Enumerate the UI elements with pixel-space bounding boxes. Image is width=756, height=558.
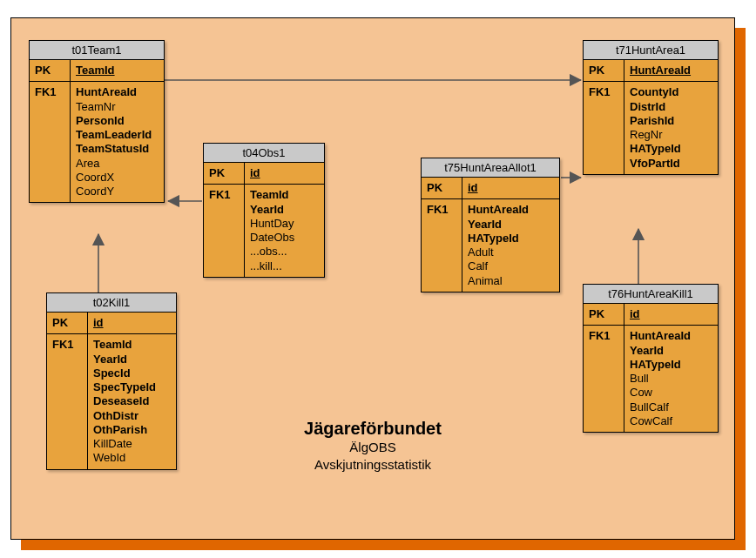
pk-field: id	[88, 313, 177, 334]
entity-header: t76HuntAreaKill1	[584, 285, 718, 304]
entity-t71huntarea1: t71HuntArea1 PK HuntAreaId FK1 CountyId …	[583, 40, 719, 175]
fk-label: FK1	[422, 199, 462, 292]
caption-sub1: ÄlgOBS	[11, 439, 734, 456]
erd-stage: t01Team1 PK TeamId FK1 HuntAreaId TeamNr…	[0, 0, 756, 558]
fk-label: FK1	[584, 326, 624, 432]
caption-title: Jägareförbundet	[11, 419, 734, 439]
fk-label: FK1	[584, 82, 624, 174]
fk-label: FK1	[204, 185, 245, 277]
entity-body: PK id FK1 HuntAreaId YearId HATypeId Adu…	[422, 178, 559, 292]
entity-header: t04Obs1	[204, 144, 324, 163]
entity-body: PK id FK1 TeamId YearId HuntDay DateObs …	[204, 163, 324, 277]
entity-body: PK TeamId FK1 HuntAreaId TeamNr PersonId…	[30, 60, 164, 202]
entity-t75huntareaallot1: t75HuntAreaAllot1 PK id FK1 HuntAreaId Y…	[421, 158, 560, 292]
field-list: CountyId DistrId ParishId RegNr HATypeId…	[624, 82, 719, 174]
pk-field: id	[462, 178, 560, 199]
field-list: HuntAreaId YearId HATypeId Adult Calf An…	[462, 199, 560, 292]
pk-field: id	[245, 163, 325, 185]
entity-header: t01Team1	[30, 41, 164, 60]
entity-body: PK id FK1 HuntAreaId YearId HATypeId Bul…	[584, 304, 718, 432]
entity-t04obs1: t04Obs1 PK id FK1 TeamId YearId HuntDay …	[203, 143, 325, 278]
pk-label: PK	[204, 163, 245, 185]
field-list: HuntAreaId YearId HATypeId Bull Cow Bull…	[624, 326, 719, 432]
pk-label: PK	[422, 178, 462, 199]
entity-header: t75HuntAreaAllot1	[422, 158, 559, 178]
field-list: TeamId YearId HuntDay DateObs ...obs... …	[245, 185, 325, 277]
erd-panel: t01Team1 PK TeamId FK1 HuntAreaId TeamNr…	[10, 17, 735, 540]
diagram-caption: Jägareförbundet ÄlgOBS Avskjutningsstati…	[11, 419, 734, 474]
pk-label: PK	[30, 60, 71, 82]
pk-field: HuntAreaId	[624, 60, 719, 82]
pk-field: TeamId	[71, 60, 165, 82]
pk-label: PK	[584, 304, 624, 326]
caption-sub2: Avskjutningsstatistik	[11, 456, 734, 474]
entity-body: PK HuntAreaId FK1 CountyId DistrId Paris…	[584, 60, 718, 174]
pk-label: PK	[584, 60, 624, 82]
entity-header: t71HuntArea1	[584, 41, 718, 60]
entity-t76huntareakill1: t76HuntAreaKill1 PK id FK1 HuntAreaId Ye…	[583, 284, 719, 433]
pk-label: PK	[47, 313, 88, 334]
entity-t01team1: t01Team1 PK TeamId FK1 HuntAreaId TeamNr…	[29, 40, 165, 203]
pk-field: id	[624, 304, 719, 326]
entity-header: t02Kill1	[47, 293, 176, 313]
field-list: HuntAreaId TeamNr PersonId TeamLeaderId …	[71, 82, 165, 203]
fk-label: FK1	[30, 82, 71, 203]
